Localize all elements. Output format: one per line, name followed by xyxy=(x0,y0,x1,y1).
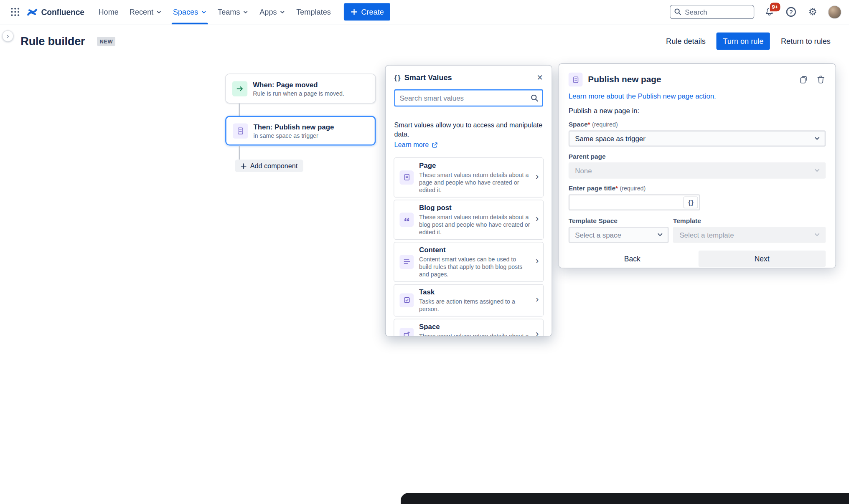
duplicate-button[interactable] xyxy=(798,75,808,84)
nav-item-recent[interactable]: Recent xyxy=(124,0,168,24)
smart-value-item-content[interactable]: Content Content smart values can be used… xyxy=(394,242,544,282)
expand-sidebar-button[interactable]: › xyxy=(2,30,13,42)
nav-item-home[interactable]: Home xyxy=(93,0,124,24)
publish-new-page-panel: Publish new page Learn more about the Pu… xyxy=(559,64,835,268)
task-check-icon xyxy=(399,293,414,307)
avatar[interactable] xyxy=(828,5,841,18)
settings-button[interactable]: ⚙ xyxy=(806,5,819,18)
nav-right-section: 9+ ? ⚙ xyxy=(670,5,841,19)
nav-label: Recent xyxy=(130,8,153,16)
action-card[interactable]: Then: Publish new page in same space as … xyxy=(225,116,376,145)
notification-badge: 9+ xyxy=(769,2,781,13)
create-label: Create xyxy=(361,8,384,16)
parent-page-value: None xyxy=(575,166,592,174)
panel-intro: Publish a new page in: xyxy=(569,106,826,114)
item-description: These smart values return details about … xyxy=(419,332,530,336)
chevron-right-icon: › xyxy=(536,214,539,226)
label-text: Enter page title xyxy=(569,185,615,192)
space-select-value: Same space as trigger xyxy=(575,134,646,142)
parent-page-label: Parent page xyxy=(569,152,826,160)
trigger-card[interactable]: When: Page moved Rule is run when a page… xyxy=(225,73,376,103)
nav-label: Home xyxy=(98,8,118,16)
item-text: Space These smart values return details … xyxy=(419,322,530,336)
item-title: Page xyxy=(419,161,530,170)
screen-corner-artifact xyxy=(401,493,849,504)
page-icon xyxy=(399,170,414,185)
nav-item-templates[interactable]: Templates xyxy=(291,0,336,24)
insert-smart-value-button[interactable]: { } xyxy=(683,196,698,208)
rule-details-button[interactable]: Rule details xyxy=(659,33,712,50)
nav-label: Spaces xyxy=(173,8,198,16)
trigger-subtitle: Rule is run when a page is moved. xyxy=(253,90,344,97)
learn-more-link[interactable]: Learn more xyxy=(394,141,438,149)
chevron-right-icon: › xyxy=(536,256,539,268)
learn-more-action-link[interactable]: Learn more about the Publish new page ac… xyxy=(569,92,826,100)
required-star: * xyxy=(588,121,590,128)
template-placeholder: Select a template xyxy=(679,231,734,239)
gear-icon: ⚙ xyxy=(808,7,817,17)
smart-value-item-page[interactable]: Page These smart values return details a… xyxy=(394,157,544,198)
page-title-field: { } xyxy=(569,194,700,210)
smart-values-title: Smart Values xyxy=(404,73,452,82)
page-title-input[interactable] xyxy=(569,195,699,210)
page-icon xyxy=(233,123,248,138)
back-button[interactable]: Back xyxy=(569,251,696,267)
template-space-select[interactable]: Select a space xyxy=(569,227,669,243)
space-label: Space* (required) xyxy=(569,121,826,128)
quote-icon xyxy=(399,213,414,227)
chevron-down-icon xyxy=(243,9,249,15)
parent-page-select[interactable]: None xyxy=(569,162,826,179)
delete-button[interactable] xyxy=(816,75,826,84)
chevron-right-icon: › xyxy=(536,329,539,336)
nav-item-apps[interactable]: Apps xyxy=(254,0,291,24)
help-button[interactable]: ? xyxy=(785,5,798,18)
arrow-right-icon xyxy=(232,81,247,96)
search-icon xyxy=(530,94,539,102)
connector-line xyxy=(239,104,240,116)
help-icon: ? xyxy=(786,7,796,17)
header-actions: Rule details Turn on rule Return to rule… xyxy=(659,33,837,50)
nav-label: Teams xyxy=(218,8,240,16)
page-header: Rule builder NEW Rule details Turn on ru… xyxy=(0,24,849,58)
return-to-rules-button[interactable]: Return to rules xyxy=(774,33,837,50)
chevron-down-icon xyxy=(656,230,664,239)
label-text: Template xyxy=(673,217,701,225)
next-button[interactable]: Next xyxy=(698,251,826,267)
new-badge: NEW xyxy=(97,36,116,46)
screenshot-viewport: Confluence Home Recent Spaces Teams Apps xyxy=(0,0,849,504)
create-button[interactable]: Create xyxy=(344,3,390,20)
item-text: Content Content smart values can be used… xyxy=(419,246,530,278)
template-fields: Template Space Select a space Template S… xyxy=(569,217,826,243)
smart-values-list: Page These smart values return details a… xyxy=(386,157,552,336)
close-button[interactable]: ✕ xyxy=(537,73,543,81)
turn-on-rule-button[interactable]: Turn on rule xyxy=(717,33,770,50)
item-title: Task xyxy=(419,288,530,296)
chevron-right-icon: › xyxy=(536,294,539,306)
template-select[interactable]: Select a template xyxy=(673,227,826,243)
app-switcher-button[interactable] xyxy=(8,4,23,19)
connector-line xyxy=(239,146,240,160)
required-hint: (required) xyxy=(592,121,618,128)
nav-item-teams[interactable]: Teams xyxy=(212,0,254,24)
action-subtitle: in same space as trigger xyxy=(253,132,334,139)
chevron-down-icon xyxy=(813,166,821,175)
braces-icon: { } xyxy=(394,73,400,81)
item-description: Tasks are action items assigned to a per… xyxy=(419,297,530,312)
trash-icon xyxy=(816,75,826,84)
chevron-down-icon xyxy=(813,134,821,143)
chevron-right-icon: › xyxy=(536,171,539,183)
space-select[interactable]: Same space as trigger xyxy=(569,130,826,147)
smart-values-search-input[interactable] xyxy=(394,89,543,106)
search-input[interactable] xyxy=(670,5,754,19)
add-component-button[interactable]: Add component xyxy=(235,160,303,172)
nav-item-spaces[interactable]: Spaces xyxy=(168,0,212,24)
smart-value-item-space[interactable]: Space These smart values return details … xyxy=(394,319,544,336)
smart-value-item-task[interactable]: Task Tasks are action items assigned to … xyxy=(394,284,544,317)
plus-icon xyxy=(240,162,247,169)
confluence-brand[interactable]: Confluence xyxy=(26,6,84,18)
action-card-text: Then: Publish new page in same space as … xyxy=(253,123,334,139)
smart-value-item-blog-post[interactable]: Blog post These smart values return deta… xyxy=(394,200,544,240)
brand-name: Confluence xyxy=(41,7,84,16)
item-title: Space xyxy=(419,322,530,331)
notifications: 9+ xyxy=(763,5,776,18)
